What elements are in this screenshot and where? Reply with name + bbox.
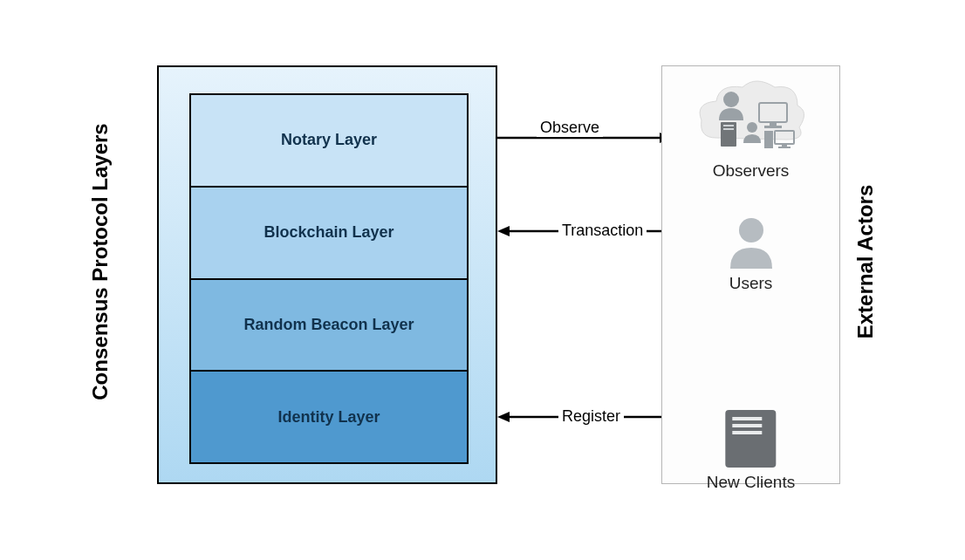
svg-rect-16 [782,144,787,147]
consensus-title: Consensus Protocol Layers [88,123,113,400]
svg-marker-4 [497,412,510,422]
layer-identity: Identity Layer [191,372,467,462]
svg-point-6 [723,92,739,107]
arrow-transaction-label: Transaction [558,222,647,240]
svg-rect-10 [723,128,734,130]
arrow-register-label: Register [558,407,624,426]
actor-newclients-label: New Clients [707,473,795,492]
actor-users-label: Users [729,274,773,293]
svg-rect-9 [723,125,734,126]
actor-observers-label: Observers [713,161,790,181]
svg-rect-17 [778,147,790,148]
svg-rect-22 [733,431,763,434]
svg-marker-2 [497,226,510,236]
consensus-panel: Notary Layer Blockchain Layer Random Bea… [157,65,497,484]
actor-observers: Observers [695,77,808,181]
observers-icon [695,77,808,160]
svg-rect-12 [770,122,777,126]
svg-rect-13 [764,126,782,128]
svg-rect-14 [764,131,773,148]
svg-point-18 [739,218,763,242]
layer-random-beacon: Random Beacon Layer [191,280,467,372]
external-actors-title: External Actors [853,185,878,339]
svg-rect-21 [733,424,763,427]
svg-rect-20 [733,417,763,420]
svg-point-7 [747,122,757,133]
user-icon [725,215,777,272]
external-actors-panel: Observers Users New Clients [661,65,840,484]
server-icon [719,406,784,471]
layer-stack: Notary Layer Blockchain Layer Random Bea… [189,93,469,464]
actor-users: Users [725,215,777,293]
layer-blockchain: Blockchain Layer [191,188,467,280]
actor-new-clients: New Clients [707,406,795,492]
arrow-observe-label: Observe [537,119,603,137]
diagram-canvas: Consensus Protocol Layers Notary Layer B… [0,0,965,560]
layer-notary: Notary Layer [191,95,467,188]
